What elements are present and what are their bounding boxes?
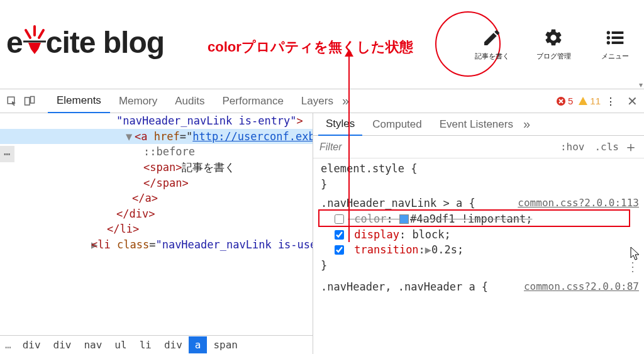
mouse-cursor-icon bbox=[630, 246, 641, 265]
crumb-div2[interactable]: div bbox=[47, 336, 78, 353]
dom-tree[interactable]: "navHeader_navLink is-entry"> ⋯ ▼<a href… bbox=[0, 113, 313, 335]
svg-rect-10 bbox=[612, 41, 624, 44]
logo-text: cite blog bbox=[46, 25, 164, 60]
page-header: e cite blog colorプロパティを無くした状態 記事を書く ブログ管… bbox=[0, 0, 644, 89]
close-icon[interactable]: ✕ bbox=[627, 94, 638, 109]
rule2-source-link[interactable]: common.css?2.0.0:87 bbox=[524, 279, 639, 294]
annotation-arrow-line bbox=[348, 53, 350, 242]
kebab-menu-icon[interactable]: ⋮ bbox=[606, 96, 617, 107]
crumb-ul[interactable]: ul bbox=[108, 336, 133, 353]
styles-filter-input[interactable] bbox=[319, 141, 555, 153]
collapsed-ellipsis[interactable]: ⋯ bbox=[0, 146, 14, 162]
css-prop-color-disabled: color: #4a9df1 !important; bbox=[321, 211, 639, 227]
color-checkbox[interactable] bbox=[335, 214, 344, 224]
more-styles-tabs-icon[interactable]: » bbox=[523, 117, 530, 131]
inspect-icon[interactable] bbox=[6, 96, 18, 107]
devtools-tab-bar: Elements Memory Audits Performance Layer… bbox=[0, 89, 644, 113]
rule-source-link[interactable]: common.css?2.0.0:113 bbox=[518, 196, 639, 210]
svg-point-5 bbox=[607, 31, 610, 34]
hov-toggle[interactable]: :hov bbox=[560, 141, 585, 153]
cls-toggle[interactable]: .cls bbox=[594, 141, 619, 153]
tab-memory[interactable]: Memory bbox=[110, 89, 166, 113]
svg-line-1 bbox=[26, 30, 30, 38]
dom-tree-pane: "navHeader_navLink is-entry"> ⋯ ▼<a href… bbox=[0, 113, 313, 354]
tab-computed[interactable]: Computed bbox=[365, 113, 429, 136]
svg-rect-6 bbox=[612, 31, 624, 34]
rule-navlink: common.css?2.0.0:113 .navHeader_navLink … bbox=[318, 196, 639, 273]
tab-performance[interactable]: Performance bbox=[214, 89, 292, 113]
crumb-div3[interactable]: div bbox=[158, 336, 189, 353]
tab-styles[interactable]: Styles bbox=[318, 113, 362, 136]
error-count[interactable]: 5 bbox=[556, 96, 573, 106]
crumb-li[interactable]: li bbox=[133, 336, 158, 353]
svg-point-7 bbox=[607, 36, 610, 39]
crumb-span[interactable]: span bbox=[207, 336, 244, 353]
crumb-ellipsis[interactable]: … bbox=[0, 336, 16, 353]
tab-audits[interactable]: Audits bbox=[166, 89, 213, 113]
warning-count[interactable]: 11 bbox=[578, 96, 601, 106]
tab-elements[interactable]: Elements bbox=[48, 89, 110, 113]
rule-navheader: common.css?2.0.0:87 .navHeader, .navHead… bbox=[318, 279, 639, 295]
svg-rect-8 bbox=[612, 36, 624, 39]
css-prop-transition: transition:▶0.2s; bbox=[321, 242, 639, 258]
css-prop-display: display: block; bbox=[321, 227, 639, 243]
tab-layers[interactable]: Layers bbox=[292, 89, 342, 113]
blog-manage-label: ブログ管理 bbox=[536, 52, 571, 61]
crumb-div[interactable]: div bbox=[16, 336, 47, 353]
menu-button[interactable]: メニュー bbox=[592, 19, 638, 69]
styles-tab-bar: Styles Computed Event Listeners » bbox=[313, 113, 644, 136]
tab-event-listeners[interactable]: Event Listeners bbox=[432, 113, 521, 136]
scroll-down-icon[interactable]: ▾ bbox=[639, 80, 643, 89]
styles-pane: Styles Computed Event Listeners » :hov .… bbox=[313, 113, 644, 354]
crumb-nav[interactable]: nav bbox=[77, 336, 108, 353]
svg-rect-12 bbox=[25, 97, 30, 105]
rule-element-style: element.style { } bbox=[318, 161, 639, 192]
menu-label: メニュー bbox=[601, 52, 629, 61]
logo-spark-icon bbox=[23, 28, 46, 58]
svg-marker-4 bbox=[28, 43, 41, 54]
css-rules-list[interactable]: element.style { } common.css?2.0.0:113 .… bbox=[313, 158, 644, 354]
display-checkbox[interactable] bbox=[335, 230, 344, 240]
breadcrumb[interactable]: … div div nav ul li div a span bbox=[0, 335, 313, 354]
svg-point-9 bbox=[607, 41, 610, 44]
write-post-button[interactable]: 記事を書く bbox=[469, 19, 514, 69]
svg-line-2 bbox=[39, 30, 43, 38]
pencil-icon bbox=[482, 28, 502, 48]
transition-checkbox[interactable] bbox=[335, 245, 344, 255]
color-swatch[interactable] bbox=[399, 214, 409, 224]
blog-manage-button[interactable]: ブログ管理 bbox=[531, 19, 576, 69]
annotation-arrow-head bbox=[345, 49, 353, 57]
new-rule-button[interactable]: ＋ bbox=[624, 138, 638, 157]
write-post-label: 記事を書く bbox=[475, 52, 509, 61]
menu-list-icon bbox=[605, 28, 625, 48]
annotation-label: colorプロパティを無くした状態 bbox=[208, 38, 413, 57]
device-toggle-icon[interactable] bbox=[24, 96, 35, 107]
devtools-panel: Elements Memory Audits Performance Layer… bbox=[0, 89, 644, 354]
header-toolbar: 記事を書く ブログ管理 メニュー bbox=[469, 19, 638, 69]
styles-filter-bar: :hov .cls ＋ bbox=[313, 136, 644, 158]
site-logo[interactable]: e cite blog bbox=[6, 25, 164, 60]
crumb-a-selected[interactable]: a bbox=[189, 336, 208, 353]
svg-rect-13 bbox=[31, 96, 35, 103]
gear-icon bbox=[543, 28, 564, 48]
